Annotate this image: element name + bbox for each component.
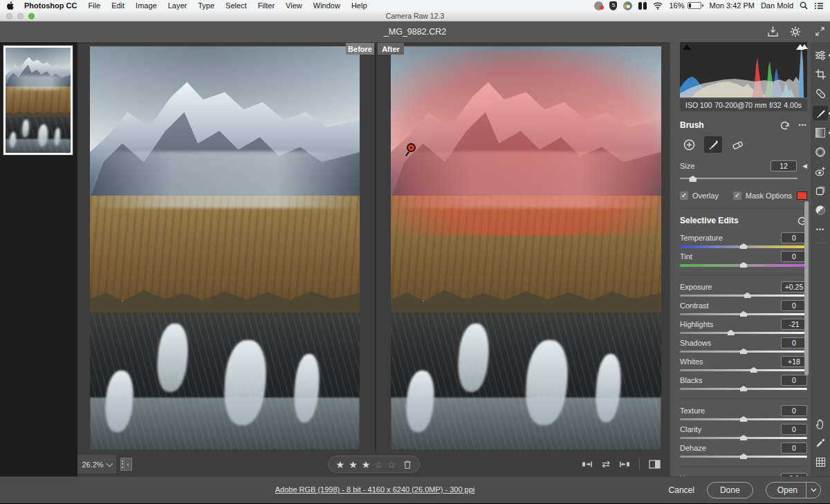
star-2[interactable]: ★: [349, 460, 358, 469]
slider-track[interactable]: [680, 386, 807, 392]
filmstrip-thumbnail[interactable]: [3, 45, 73, 156]
minimize-window-button[interactable]: [17, 13, 24, 19]
before-image-pane[interactable]: [90, 46, 360, 450]
mask-options-checkbox[interactable]: [733, 192, 741, 200]
slider-thumb[interactable]: [744, 292, 751, 298]
close-window-button[interactable]: [6, 13, 12, 19]
slider-value-field[interactable]: +18: [781, 356, 807, 367]
slider-value-field[interactable]: 0: [781, 300, 807, 311]
slider-thumb[interactable]: [740, 454, 747, 459]
star-1[interactable]: ★: [336, 460, 345, 469]
split-toning-icon[interactable]: [813, 203, 828, 217]
brush-size-slider[interactable]: [680, 175, 797, 182]
slider-value-field[interactable]: 0: [781, 424, 807, 435]
menu-view[interactable]: View: [286, 1, 302, 10]
slider-thumb[interactable]: [740, 435, 747, 440]
slider-thumb[interactable]: [750, 367, 757, 373]
trash-icon[interactable]: [403, 460, 412, 469]
brush-size-thumb[interactable]: [689, 176, 697, 182]
radial-filter-icon[interactable]: [813, 144, 828, 159]
grid-overlay-icon[interactable]: [813, 455, 828, 469]
slider-thumb[interactable]: [740, 262, 747, 268]
slider-value-field[interactable]: 0: [781, 232, 807, 243]
size-value-field[interactable]: 12: [771, 160, 797, 171]
menu-help[interactable]: Help: [351, 1, 367, 10]
slider-value-field[interactable]: 0: [781, 442, 807, 454]
menu-layer[interactable]: Layer: [168, 1, 187, 10]
menu-edit[interactable]: Edit: [111, 1, 124, 10]
status-icon-binoculars[interactable]: [638, 1, 647, 10]
slider-track[interactable]: [680, 454, 807, 460]
slider-track[interactable]: [680, 330, 807, 336]
overlay-checkbox[interactable]: [680, 192, 688, 200]
toggle-fullscreen-icon[interactable]: [815, 26, 825, 37]
menu-file[interactable]: File: [88, 1, 100, 10]
slider-track[interactable]: [680, 368, 807, 373]
slider-track[interactable]: [680, 417, 807, 422]
healing-brush-icon[interactable]: [813, 86, 828, 101]
menu-image[interactable]: Image: [136, 1, 157, 10]
filmstrip-toggle-icon[interactable]: ‹: [120, 458, 132, 471]
before-after-view-icon[interactable]: [649, 459, 661, 469]
white-balance-eyedropper-icon[interactable]: [813, 436, 828, 450]
slider-thumb[interactable]: [740, 386, 747, 391]
slider-thumb[interactable]: [740, 416, 747, 422]
workflow-options-link[interactable]: Adobe RGB (1998) - 8 bit - 4160 x 6240 (…: [275, 485, 475, 494]
slider-value-field[interactable]: -21: [781, 319, 807, 330]
red-eye-tool-icon[interactable]: [813, 164, 828, 178]
more-tools-icon[interactable]: •••: [813, 222, 828, 236]
slider-track[interactable]: [680, 263, 807, 268]
apple-logo-icon[interactable]: [7, 1, 15, 10]
battery-indicator[interactable]: 16%: [669, 1, 703, 10]
graduated-filter-icon[interactable]: [813, 125, 828, 140]
star-5[interactable]: ☆: [387, 460, 396, 469]
slider-track[interactable]: [680, 244, 807, 250]
slider-value-field[interactable]: 0: [781, 337, 807, 348]
add-brush-icon[interactable]: [680, 136, 698, 153]
notification-center-icon[interactable]: [814, 2, 823, 10]
cancel-button[interactable]: Cancel: [669, 485, 694, 495]
swap-before-after-icon[interactable]: ⇄: [602, 459, 610, 469]
hand-tool-icon[interactable]: [813, 416, 828, 431]
presets-icon[interactable]: [813, 183, 828, 198]
mask-color-swatch[interactable]: [797, 192, 807, 200]
status-icon-browser[interactable]: [623, 1, 632, 10]
edit-sliders-icon[interactable]: [813, 48, 828, 62]
shadow-clipping-icon[interactable]: [683, 44, 691, 50]
menu-bar-clock[interactable]: Mon 3:42 PM: [710, 1, 755, 10]
slider-thumb[interactable]: [740, 243, 747, 249]
crop-tool-icon[interactable]: [813, 67, 828, 82]
zoom-level-control[interactable]: 26.2%: [77, 455, 116, 474]
status-icon-shield[interactable]: 5: [609, 1, 617, 10]
zoom-window-button[interactable]: [28, 13, 35, 19]
panel-scrollbar[interactable]: [804, 201, 809, 375]
fast-user-switch[interactable]: Dan Mold: [761, 1, 793, 10]
slider-value-field[interactable]: +0.25: [781, 281, 807, 292]
adjustment-brush-icon[interactable]: [813, 106, 828, 120]
save-image-icon[interactable]: [767, 26, 779, 37]
star-3[interactable]: ★: [362, 460, 371, 469]
done-button[interactable]: Done: [707, 482, 753, 498]
panel-scroll-up-arrow[interactable]: [801, 44, 808, 49]
slider-thumb[interactable]: [740, 311, 747, 317]
spotlight-search-icon[interactable]: [800, 1, 808, 10]
slider-thumb[interactable]: [728, 330, 735, 335]
menu-type[interactable]: Type: [198, 1, 214, 10]
slider-value-field[interactable]: 0: [781, 251, 807, 262]
slider-track[interactable]: [680, 349, 807, 355]
slider-track[interactable]: [680, 312, 807, 317]
slider-thumb[interactable]: [740, 348, 747, 354]
brush-tool-icon[interactable]: [704, 136, 722, 153]
slider-value-field[interactable]: 0: [781, 375, 807, 386]
star-4[interactable]: ☆: [374, 460, 383, 469]
histogram[interactable]: [680, 42, 807, 97]
status-icon-sync[interactable]: [594, 1, 603, 10]
open-button-label[interactable]: Open: [766, 483, 806, 498]
brush-reset-icon[interactable]: [780, 121, 790, 130]
slider-track[interactable]: [680, 293, 807, 299]
copy-settings-left-icon[interactable]: [582, 459, 593, 469]
brush-more-icon[interactable]: •••: [799, 122, 807, 129]
eraser-tool-icon[interactable]: [728, 136, 746, 153]
collapse-left-icon[interactable]: ◀: [802, 162, 807, 169]
menu-select[interactable]: Select: [225, 1, 247, 10]
